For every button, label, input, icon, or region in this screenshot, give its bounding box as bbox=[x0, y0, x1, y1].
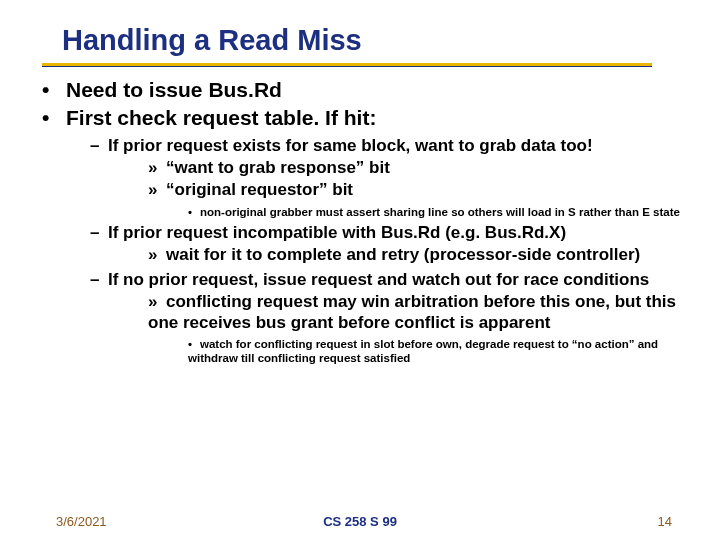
footer-page-number: 14 bbox=[658, 514, 672, 529]
raquo-icon: » bbox=[148, 180, 166, 200]
slide-title: Handling a Read Miss bbox=[62, 24, 720, 57]
dot-icon: • bbox=[188, 337, 200, 351]
bullet-2c-note: •watch for conflicting request in slot b… bbox=[188, 337, 702, 366]
bullet-2a-ii-text: “original requestor” bit bbox=[166, 180, 353, 199]
raquo-icon: » bbox=[148, 292, 166, 312]
slide-body: •Need to issue Bus.Rd •First check reque… bbox=[42, 77, 702, 366]
bullet-2a-i: »“want to grab response” bit bbox=[148, 158, 702, 178]
bullet-2b: –If prior request incompatible with Bus.… bbox=[90, 223, 702, 243]
bullet-1-text: Need to issue Bus.Rd bbox=[66, 78, 282, 101]
bullet-2a-note-text: non-original grabber must assert sharing… bbox=[200, 206, 680, 218]
title-rule-dark bbox=[42, 66, 652, 67]
bullet-2c-note-text: watch for conflicting request in slot be… bbox=[188, 338, 658, 364]
dash-icon: – bbox=[90, 223, 108, 243]
bullet-1: •Need to issue Bus.Rd bbox=[42, 77, 702, 103]
bullet-icon: • bbox=[42, 105, 66, 131]
bullet-2a-text: If prior request exists for same block, … bbox=[108, 136, 593, 155]
dot-icon: • bbox=[188, 205, 200, 219]
bullet-2c: –If no prior request, issue request and … bbox=[90, 270, 702, 290]
bullet-2a-note: •non-original grabber must assert sharin… bbox=[188, 205, 702, 219]
bullet-2a-i-text: “want to grab response” bit bbox=[166, 158, 390, 177]
footer-course: CS 258 S 99 bbox=[0, 514, 720, 529]
bullet-2a: –If prior request exists for same block,… bbox=[90, 136, 702, 156]
raquo-icon: » bbox=[148, 158, 166, 178]
dash-icon: – bbox=[90, 136, 108, 156]
dash-icon: – bbox=[90, 270, 108, 290]
bullet-2: •First check request table. If hit: bbox=[42, 105, 702, 131]
bullet-2b-i-text: wait for it to complete and retry (proce… bbox=[166, 245, 640, 264]
bullet-2b-i: »wait for it to complete and retry (proc… bbox=[148, 245, 702, 265]
bullet-2-text: First check request table. If hit: bbox=[66, 106, 376, 129]
bullet-2c-i-text: conflicting request may win arbitration … bbox=[148, 292, 676, 331]
bullet-icon: • bbox=[42, 77, 66, 103]
bullet-2c-i: »conflicting request may win arbitration… bbox=[148, 292, 702, 333]
slide: Handling a Read Miss •Need to issue Bus.… bbox=[0, 0, 720, 540]
bullet-2b-text: If prior request incompatible with Bus.R… bbox=[108, 223, 566, 242]
raquo-icon: » bbox=[148, 245, 166, 265]
bullet-2c-text: If no prior request, issue request and w… bbox=[108, 270, 649, 289]
bullet-2a-ii: »“original requestor” bit bbox=[148, 180, 702, 200]
